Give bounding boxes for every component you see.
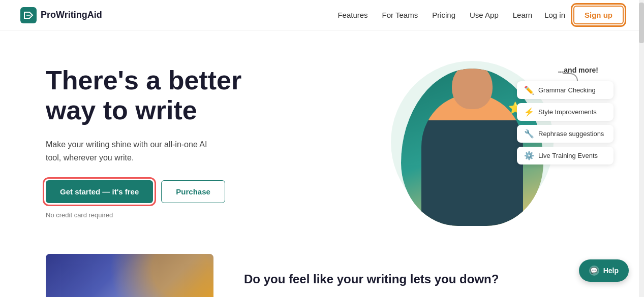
login-link[interactable]: Log in [544,11,565,19]
bottom-question: Do you feel like your writing lets you d… [244,272,499,286]
nav-teams[interactable]: For Teams [382,11,418,19]
person-body [421,94,523,226]
nav-learn[interactable]: Learn [513,11,532,19]
bottom-section: Do you feel like your writing lets you d… [0,244,644,297]
hero-section: There's a better way to write Make your … [0,30,644,244]
feature-bubbles: ✏️ Grammar Checking ⚡ Style Improvements… [517,81,614,164]
bubble-rephrase: 🔧 Rephrase suggestions [517,125,614,143]
logo-icon [20,7,37,23]
hero-title: There's a better way to write [46,65,320,126]
person-head [452,69,493,109]
get-started-button[interactable]: Get started — it's free [46,180,153,203]
hero-right: ⭐ ...and more! ✏️ Grammar Checking ⚡ Sty… [320,51,624,234]
help-icon: 💬 [589,266,599,276]
nav-features[interactable]: Features [338,11,367,19]
bubble-style: ⚡ Style Improvements [517,103,614,121]
scrollbar-thumb[interactable] [639,3,644,43]
no-credit-text: No credit card required [46,211,320,219]
bottom-image [46,254,213,297]
help-label: Help [603,267,619,275]
rephrase-icon: 🔧 [524,129,534,139]
bubble-grammar: ✏️ Grammar Checking [517,81,614,99]
training-icon: ⚙️ [524,151,534,160]
help-button[interactable]: 💬 Help [579,259,629,282]
hero-left: There's a better way to write Make your … [46,65,320,219]
hero-buttons: Get started — it's free Purchase [46,180,320,203]
nav-links: Features For Teams Pricing Use App Learn [338,11,532,19]
bubble-training: ⚙️ Live Training Events [517,147,614,164]
nav-use-app[interactable]: Use App [470,11,499,19]
signup-button[interactable]: Sign up [573,6,624,24]
purchase-button[interactable]: Purchase [161,180,225,203]
style-icon: ⚡ [524,107,534,117]
navbar: ProWritingAid Features For Teams Pricing… [0,0,644,30]
hero-subtitle: Make your writing shine with our all-in-… [46,138,219,164]
brand-name: ProWritingAid [41,10,102,20]
nav-pricing[interactable]: Pricing [432,11,455,19]
logo-link[interactable]: ProWritingAid [20,7,102,23]
grammar-icon: ✏️ [524,85,534,95]
bottom-image-swirl [46,254,213,297]
scrollbar[interactable] [639,0,644,297]
